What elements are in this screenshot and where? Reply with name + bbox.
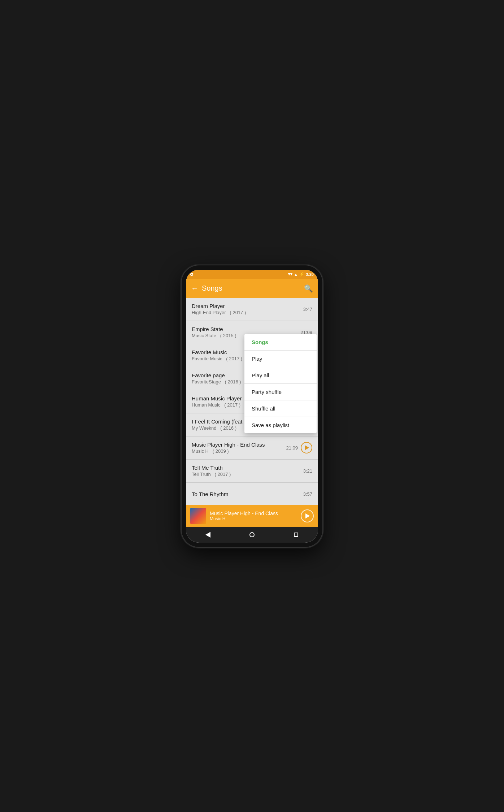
context-menu-header: Songs [244, 334, 317, 351]
context-menu-overlay[interactable]: Songs Play Play all Party shuffle Shuffl… [186, 298, 318, 505]
status-bar: ▾▾ ▲ ⚡ 3:20 [186, 270, 318, 279]
now-playing-play-button[interactable] [301, 509, 314, 522]
nav-home-button[interactable] [244, 527, 260, 543]
now-playing-bar[interactable]: Music Player High - End Class Music H [186, 505, 318, 527]
context-menu-item-play[interactable]: Play [244, 351, 317, 367]
status-left [190, 273, 193, 276]
back-button[interactable]: ← [191, 284, 198, 292]
context-menu: Songs Play Play all Party shuffle Shuffl… [244, 334, 317, 433]
app-bar-left: ← Songs [191, 284, 222, 292]
status-dot-icon [190, 273, 193, 276]
status-right: ▾▾ ▲ ⚡ 3:20 [288, 272, 314, 277]
phone-screen: ▾▾ ▲ ⚡ 3:20 ← Songs 🔍 Dream Player High-… [186, 270, 318, 543]
app-bar-title: Songs [202, 284, 222, 292]
now-playing-info: Music Player High - End Class Music H [210, 511, 297, 521]
now-playing-title: Music Player High - End Class [210, 511, 297, 516]
nav-back-icon [205, 532, 210, 538]
wifi-icon: ▾▾ [288, 272, 292, 277]
now-playing-art [190, 508, 206, 524]
context-menu-item-save-playlist[interactable]: Save as playlist [244, 417, 317, 433]
nav-bar [186, 527, 318, 543]
battery-icon: ⚡ [299, 272, 304, 277]
now-playing-play-icon [305, 513, 310, 518]
now-playing-artist: Music H [210, 516, 297, 521]
context-menu-item-shuffle-all[interactable]: Shuffle all [244, 400, 317, 417]
context-menu-item-party-shuffle[interactable]: Party shuffle [244, 384, 317, 400]
app-bar: ← Songs 🔍 [186, 279, 318, 298]
search-button[interactable]: 🔍 [304, 284, 313, 293]
album-art-icon [190, 508, 206, 524]
context-menu-item-play-all[interactable]: Play all [244, 367, 317, 384]
phone-frame: ▾▾ ▲ ⚡ 3:20 ← Songs 🔍 Dream Player High-… [182, 265, 322, 547]
nav-back-button[interactable] [200, 527, 216, 543]
nav-home-icon [249, 532, 255, 537]
signal-icon: ▲ [294, 272, 298, 277]
status-time: 3:20 [306, 272, 314, 277]
nav-recent-button[interactable] [288, 527, 304, 543]
song-list: Dream Player High-End Player ( 2017 ) 3:… [186, 298, 318, 505]
nav-recent-icon [294, 533, 298, 537]
